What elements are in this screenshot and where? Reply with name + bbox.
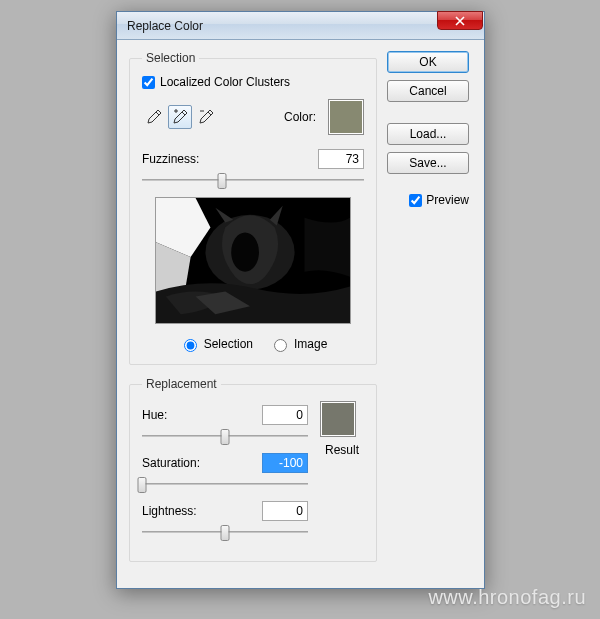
close-button[interactable] bbox=[437, 11, 483, 30]
localized-clusters-label: Localized Color Clusters bbox=[160, 75, 290, 89]
radio-image[interactable] bbox=[274, 339, 287, 352]
color-swatch[interactable] bbox=[328, 99, 364, 135]
replacement-group: Replacement Hue: Saturation: bbox=[129, 377, 377, 562]
slider-thumb[interactable] bbox=[138, 477, 147, 493]
ok-button[interactable]: OK bbox=[387, 51, 469, 73]
localized-clusters-checkbox[interactable] bbox=[142, 76, 155, 89]
radio-image-label[interactable]: Image bbox=[269, 336, 327, 352]
result-label: Result bbox=[320, 443, 364, 457]
preview-checkbox[interactable] bbox=[409, 194, 422, 207]
radio-selection-label[interactable]: Selection bbox=[179, 336, 253, 352]
eyedropper-add-icon bbox=[172, 109, 188, 125]
eyedropper-tool[interactable] bbox=[142, 105, 166, 129]
lightness-label: Lightness: bbox=[142, 504, 197, 518]
replacement-legend: Replacement bbox=[142, 377, 221, 391]
dialog-title: Replace Color bbox=[127, 19, 203, 33]
close-icon bbox=[455, 16, 465, 26]
fuzziness-input[interactable] bbox=[318, 149, 364, 169]
lightness-input[interactable] bbox=[262, 501, 308, 521]
saturation-input[interactable] bbox=[262, 453, 308, 473]
save-button[interactable]: Save... bbox=[387, 152, 469, 174]
result-swatch[interactable] bbox=[320, 401, 356, 437]
watermark: www.hronofag.ru bbox=[428, 586, 586, 609]
slider-track bbox=[142, 179, 364, 181]
selection-group: Selection Localized Color Clusters bbox=[129, 51, 377, 365]
load-button[interactable]: Load... bbox=[387, 123, 469, 145]
radio-selection[interactable] bbox=[184, 339, 197, 352]
slider-thumb[interactable] bbox=[221, 525, 230, 541]
hue-label: Hue: bbox=[142, 408, 167, 422]
hue-input[interactable] bbox=[262, 405, 308, 425]
lightness-slider[interactable] bbox=[142, 523, 308, 541]
preview-label: Preview bbox=[426, 193, 469, 207]
eyedropper-icon bbox=[146, 109, 162, 125]
eyedropper-sub-icon bbox=[198, 109, 214, 125]
eyedropper-add-tool[interactable] bbox=[168, 105, 192, 129]
titlebar[interactable]: Replace Color bbox=[117, 12, 484, 40]
selection-preview bbox=[155, 197, 351, 324]
cancel-button[interactable]: Cancel bbox=[387, 80, 469, 102]
eyedropper-sub-tool[interactable] bbox=[194, 105, 218, 129]
slider-thumb[interactable] bbox=[221, 429, 230, 445]
hue-slider[interactable] bbox=[142, 427, 308, 445]
saturation-slider[interactable] bbox=[142, 475, 308, 493]
replace-color-dialog: Replace Color Selection Localized Color … bbox=[116, 11, 485, 589]
saturation-label: Saturation: bbox=[142, 456, 200, 470]
slider-thumb[interactable] bbox=[217, 173, 226, 189]
fuzziness-slider[interactable] bbox=[142, 171, 364, 189]
color-label: Color: bbox=[284, 110, 316, 124]
selection-legend: Selection bbox=[142, 51, 199, 65]
svg-point-2 bbox=[231, 232, 259, 271]
fuzziness-label: Fuzziness: bbox=[142, 152, 199, 166]
